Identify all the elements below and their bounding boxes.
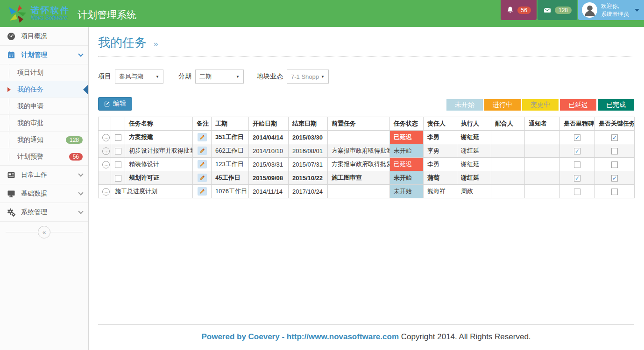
sidebar-item-label: 系统管理 [21,208,47,217]
cell-executor: 周政 [457,185,491,198]
edit-button[interactable]: 编辑 [98,97,132,111]
cell-start-date: 2014/04/14 [249,131,289,144]
select-caret-icon: ▼ [156,75,159,79]
milestone-checkbox[interactable]: ✓ [574,148,580,154]
cell-predecessor [328,131,390,144]
sidebar-item-project-overview[interactable]: 项目概况 [0,27,88,46]
status-legend: 未开始 进行中 变更中 已延迟 已完成 [446,99,634,111]
block-select-value: 7-1 Shopp [291,73,319,80]
brand-text: 诺怀软件 Nova Software [31,6,70,21]
note-edit-icon[interactable] [198,160,207,168]
status-cell: 已延迟 [390,131,424,144]
main-content: 我的任务 » 项目 春风与湖 ▼ 分期 二期 ▼ 地块业态 7-1 Shopp [89,27,644,350]
note-edit-icon[interactable] [198,187,207,196]
legend-not-started[interactable]: 未开始 [446,99,483,111]
notifications-button[interactable]: 56 [501,0,537,20]
project-select-value: 春风与湖 [119,72,154,81]
key-task-checkbox[interactable] [611,161,618,168]
cell-owner: 蒲萄 [424,171,457,185]
note-edit-icon[interactable] [198,133,207,141]
col-key-task: 是否关键任务 [595,117,635,131]
note-edit-icon[interactable] [198,174,207,182]
sidebar-item-label: 项目概况 [21,32,47,41]
row-checkbox[interactable] [115,175,121,182]
phase-filter-label: 分期 [178,72,191,81]
bell-icon [506,6,514,14]
col-milestone: 是否里程碑 [560,117,595,131]
toolbar: 编辑 未开始 进行中 变更中 已延迟 已完成 [98,97,634,111]
expand-row-icon[interactable]: → [102,188,110,196]
tasks-table: 任务名称 备注 工期 开始日期 结束日期 前置任务 任务状态 责任人 执行人 配… [98,117,635,198]
sidebar-item-my-applications[interactable]: 我的申请 [0,98,88,115]
milestone-checkbox[interactable]: ✓ [574,134,580,141]
sidebar-item-label: 日常工作 [21,171,47,179]
cell-start-date: 2015/03/31 [249,158,289,171]
footer-link[interactable]: Powered by Coevery - http://www.novasoft… [201,332,399,341]
sidebar-item-base-data[interactable]: 基础数据 [0,184,88,203]
cell-end-date: 2015/07/31 [289,158,328,171]
col-status: 任务状态 [390,117,424,131]
legend-delayed[interactable]: 已延迟 [560,99,596,111]
key-task-checkbox[interactable] [611,148,618,154]
sidebar-item-my-approvals[interactable]: 我的审批 [0,115,88,132]
key-task-checkbox[interactable]: ✓ [611,134,618,141]
sidebar-item-daily-work[interactable]: 日常工作 [0,166,88,184]
page-title: 我的任务 [98,35,147,49]
cell-duration: 1076工作日 [212,185,249,198]
row-checkbox[interactable] [115,161,121,168]
edit-icon [104,101,110,107]
legend-in-progress[interactable]: 进行中 [484,99,521,111]
cell-notifier [525,144,560,158]
sidebar-item-system-management[interactable]: 系统管理 [0,203,88,222]
milestone-checkbox[interactable] [574,189,580,195]
sidebar-item-my-notifications[interactable]: 我的通知 128 [0,132,88,148]
row-checkbox[interactable] [115,134,121,141]
sidebar-item-project-plan[interactable]: 项目计划 [0,64,88,81]
user-menu-button[interactable]: 欢迎你, 系统管理员 [578,0,644,20]
welcome-line2: 系统管理员 [601,11,629,17]
sidebar-collapse-button[interactable]: « [38,226,50,238]
milestone-checkbox[interactable] [574,161,580,168]
sidebar-item-label: 基础数据 [21,189,47,198]
header-actions: 56 128 欢迎你, 系统管理员 [501,0,644,20]
sidebar-item-plan-alerts[interactable]: 计划预警 56 [0,148,88,165]
phase-select[interactable]: 二期 ▼ [195,70,244,84]
cell-task-name: 规划许可证 [125,171,193,185]
cell-end-date: 2017/10/24 [289,185,328,198]
notifications-count-badge: 56 [517,7,531,14]
star-logo-icon [7,4,28,23]
app-window: 诺怀软件 Nova Software 计划管理系统 56 128 [0,0,644,350]
block-select[interactable]: 7-1 Shopp ▼ [287,70,329,84]
cell-end-date: 2015/03/30 [289,131,328,144]
milestone-checkbox[interactable]: ✓ [574,175,580,182]
expand-row-icon[interactable]: → [102,134,110,141]
cell-owner: 李勇 [424,158,457,171]
sidebar-item-plan-management[interactable]: 计划管理 [0,46,88,64]
col-task-name: 任务名称 [125,117,193,131]
table-header-row: 任务名称 备注 工期 开始日期 结束日期 前置任务 任务状态 责任人 执行人 配… [99,117,635,131]
key-task-checkbox[interactable]: ✓ [611,175,618,182]
cell-executor: 谢红延 [457,144,491,158]
sidebar-item-my-tasks[interactable]: 我的任务 [0,81,88,98]
cell-executor: 谢红延 [457,131,491,144]
expand-row-icon[interactable]: → [102,161,110,168]
person-icon [583,3,597,17]
legend-changing[interactable]: 变更中 [522,99,559,111]
cell-start-date: 2014/11/14 [249,185,289,198]
expand-row-icon[interactable]: → [102,147,110,155]
note-edit-icon[interactable] [198,147,207,155]
key-task-checkbox[interactable] [611,189,618,195]
cell-duration: 123工作日 [212,158,249,171]
row-checkbox[interactable] [115,148,121,154]
messages-button[interactable]: 128 [538,0,577,20]
app-title: 计划管理系统 [78,8,136,21]
col-assistant: 配合人 [491,117,525,131]
cell-task-name: 施工总进度计划 [111,185,193,198]
table-row: → 施工总进度计划 1076工作日 2014/11/14 2017/10/24 … [99,185,635,198]
footer-copyright: Copyright 2014. All Rights Reserved. [401,332,531,341]
top-header-bar: 诺怀软件 Nova Software 计划管理系统 56 128 [0,0,644,27]
project-select[interactable]: 春风与湖 ▼ [115,70,163,84]
legend-completed[interactable]: 已完成 [598,99,634,111]
cell-task-name: 精装修设计 [125,158,193,171]
cell-task-name: 初步设计报审并取得批复 [125,144,193,158]
